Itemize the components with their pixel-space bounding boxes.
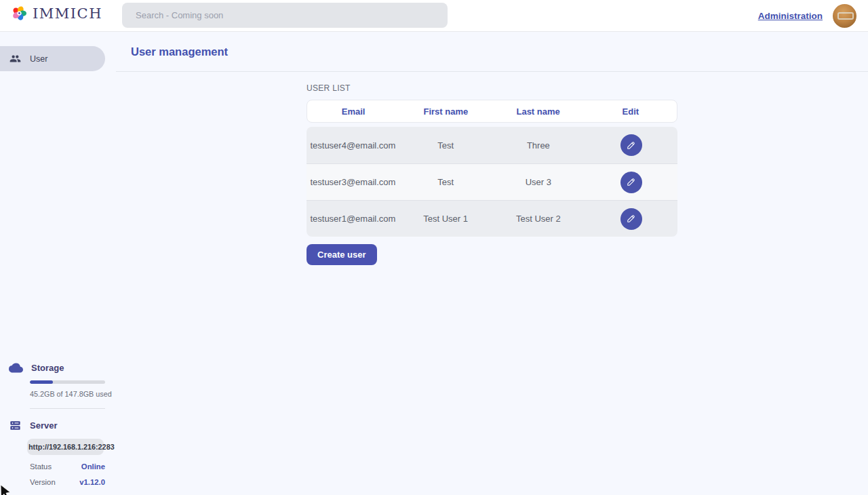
- pencil-icon: [626, 214, 636, 224]
- administration-link[interactable]: Administration: [758, 11, 823, 21]
- header-last-name: Last name: [492, 106, 585, 117]
- cloud-icon: [9, 361, 23, 375]
- search-input[interactable]: [122, 3, 448, 28]
- sidebar-footer: Storage 45.2GB of 147.8GB used: [0, 361, 116, 495]
- first-name-cell: Test User 1: [399, 214, 492, 224]
- server-version-row: Version v1.12.0: [30, 478, 105, 486]
- admin-sidebar: User Storage 45.2GB of 147.8GB used: [0, 32, 116, 495]
- create-user-button[interactable]: Create user: [307, 244, 377, 265]
- navbar-right: Administration: [758, 0, 856, 32]
- header-first-name: First name: [399, 106, 492, 117]
- table-row: testuser3@email.comTestUser 3: [307, 163, 677, 200]
- users-icon: [9, 53, 21, 64]
- server-section-header: Server: [0, 419, 116, 432]
- page-title: User management: [131, 45, 228, 58]
- table-row: testuser1@email.comTest User 1Test User …: [307, 200, 677, 237]
- user-table-header: Email First name Last name Edit: [307, 100, 677, 123]
- storage-progress-bar: [30, 380, 105, 384]
- first-name-cell: Test: [399, 177, 492, 187]
- header-email: Email: [307, 106, 399, 117]
- brand-wordmark: IMMICH: [33, 5, 102, 22]
- user-table-body: testuser4@email.comTestThree testuser3@e…: [307, 127, 677, 237]
- pencil-icon: [626, 140, 636, 151]
- version-label: Version: [30, 478, 56, 486]
- last-name-cell: Three: [492, 140, 585, 151]
- server-status-row: Status Online: [30, 462, 105, 471]
- user-list-section: USER LIST Email First name Last name Edi…: [307, 72, 677, 265]
- edit-cell: [585, 134, 677, 156]
- immich-flower-icon: [11, 5, 28, 22]
- sidebar-item-user-label: User: [30, 54, 47, 64]
- immich-brand[interactable]: IMMICH: [11, 5, 102, 22]
- server-icon: [9, 419, 22, 432]
- section-label: USER LIST: [307, 83, 677, 93]
- top-navbar: IMMICH Administration: [0, 0, 868, 32]
- last-name-cell: User 3: [492, 177, 585, 187]
- edit-user-button[interactable]: [620, 134, 642, 156]
- status-value: Online: [81, 462, 105, 471]
- sidebar-divider: [30, 408, 105, 409]
- search-bar[interactable]: [122, 3, 448, 28]
- edit-user-button[interactable]: [620, 208, 642, 230]
- status-label: Status: [30, 462, 52, 471]
- avatar[interactable]: [833, 4, 856, 28]
- email-cell: testuser3@email.com: [307, 177, 399, 187]
- first-name-cell: Test: [399, 140, 492, 151]
- app-layout: User Storage 45.2GB of 147.8GB used: [0, 32, 868, 495]
- server-url-chip: http://192.168.1.216:2283: [27, 439, 104, 455]
- last-name-cell: Test User 2: [492, 214, 585, 224]
- pencil-icon: [626, 177, 636, 187]
- main-panel: User management USER LIST Email First na…: [116, 32, 868, 495]
- storage-title: Storage: [31, 363, 64, 373]
- header-edit: Edit: [585, 106, 677, 117]
- storage-progress-fill: [30, 380, 53, 384]
- sidebar-item-user[interactable]: User: [0, 46, 105, 71]
- page-title-bar: User management: [116, 32, 868, 72]
- edit-user-button[interactable]: [620, 172, 642, 193]
- version-value: v1.12.0: [79, 478, 105, 486]
- edit-cell: [585, 208, 677, 230]
- email-cell: testuser1@email.com: [307, 214, 399, 224]
- edit-cell: [585, 172, 677, 193]
- table-row: testuser4@email.comTestThree: [307, 127, 677, 163]
- storage-usage-text: 45.2GB of 147.8GB used: [30, 390, 116, 398]
- storage-section-header: Storage: [0, 361, 116, 375]
- email-cell: testuser4@email.com: [307, 140, 399, 151]
- server-title: Server: [30, 420, 57, 431]
